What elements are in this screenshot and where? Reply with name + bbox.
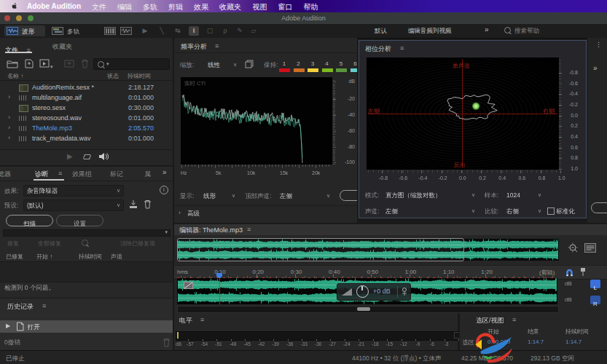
- levels-panel-title[interactable]: 电平: [179, 316, 192, 325]
- diag-col-duration[interactable]: 持续时间: [79, 253, 102, 261]
- hold-chip-5[interactable]: [336, 68, 347, 72]
- menu-item-2[interactable]: 编辑: [117, 2, 132, 12]
- file-row[interactable]: ›track_metadata.wav0:01.000: [0, 133, 173, 143]
- spectral-display-icon[interactable]: [104, 27, 116, 35]
- channel-left-button[interactable]: L: [590, 280, 600, 288]
- hold-number-5[interactable]: 5: [336, 60, 346, 67]
- editor-h-scrollbar[interactable]: [177, 306, 559, 313]
- hold-chip-3[interactable]: [308, 68, 318, 72]
- diag-info-icon[interactable]: i: [160, 186, 168, 194]
- phase-panel-menu-icon[interactable]: ≡: [400, 44, 404, 52]
- crossfade-icon[interactable]: [184, 282, 193, 289]
- lasso-selection-tool-icon[interactable]: ρ: [220, 26, 230, 36]
- import-file-icon[interactable]: [24, 59, 34, 68]
- tab-markers[interactable]: 标记: [110, 170, 123, 179]
- hold-chip-1[interactable]: [279, 68, 290, 72]
- file-row-expander[interactable]: ›: [8, 124, 10, 131]
- media-browser-icon[interactable]: [39, 59, 50, 68]
- history-item-open[interactable]: ▶ 打开: [0, 320, 173, 333]
- freq-copy-icon[interactable]: [245, 60, 254, 68]
- diag-preset-dropdown[interactable]: (默认) ∨: [23, 199, 124, 211]
- tab-overflow-icon[interactable]: »: [162, 168, 167, 176]
- selection-duration-value[interactable]: 1:14.7: [565, 339, 581, 345]
- panel-options-icon[interactable]: [584, 243, 596, 253]
- hold-number-3[interactable]: 3: [308, 60, 318, 67]
- favorites-tab[interactable]: 收藏夹: [52, 42, 72, 52]
- file-row[interactable]: ›multilanguage.aif0:01.000: [0, 92, 173, 103]
- tab-properties[interactable]: 属: [144, 170, 151, 179]
- waveform-display-icon[interactable]: [120, 27, 132, 35]
- diag-progress-dropdown-icon[interactable]: ▾: [165, 229, 168, 235]
- hold-chip-6[interactable]: [351, 68, 358, 72]
- apple-menu-icon[interactable]: [10, 2, 18, 10]
- menu-item-6[interactable]: 收藏夹: [219, 2, 241, 12]
- phase-channel-dropdown[interactable]: 左侧: [385, 207, 398, 216]
- selection-panel-menu-icon[interactable]: ≡: [512, 316, 516, 323]
- channel-right-button[interactable]: R: [590, 296, 600, 304]
- files-tab[interactable]: 文件 ≡: [5, 42, 31, 55]
- hold-number-2[interactable]: 2: [294, 60, 304, 67]
- menu-item-1[interactable]: 文件: [92, 2, 106, 12]
- file-row[interactable]: ›stereosound.wav0:01.000: [0, 113, 173, 123]
- search-help-input[interactable]: 搜索帮助: [514, 27, 539, 36]
- marquee-selection-tool-icon[interactable]: ▢: [205, 26, 215, 36]
- hold-chip-2[interactable]: [294, 68, 305, 72]
- hold-number-1[interactable]: 1: [279, 60, 289, 67]
- freq-display-dropdown[interactable]: 线形: [203, 192, 216, 201]
- spot-healing-tool-icon[interactable]: ▱: [248, 26, 259, 36]
- dock-panel-menu-icon[interactable]: ⋮: [595, 41, 602, 48]
- menu-item-9[interactable]: 帮助: [304, 2, 318, 12]
- waveform-view-button[interactable]: 波形: [4, 25, 45, 36]
- diag-col-fixed[interactable]: 已修复: [6, 253, 23, 261]
- pin-hud-icon[interactable]: [401, 287, 408, 296]
- diag-settings-button[interactable]: 设置: [56, 215, 103, 226]
- menu-item-4[interactable]: 剪辑: [168, 2, 183, 12]
- menu-app-name[interactable]: Adobe Audition: [27, 2, 81, 10]
- workspace-edit-av-button[interactable]: 编辑音频到视频: [408, 27, 452, 36]
- media-browser-dropdown-icon[interactable]: ▾: [50, 64, 53, 70]
- file-row[interactable]: stereo.sesx0:30.000: [0, 103, 173, 113]
- files-search-input[interactable]: ▾: [93, 58, 170, 70]
- selection-end-value[interactable]: 1:14.7: [528, 339, 544, 345]
- diag-effect-dropdown[interactable]: 杂音降噪器 ∨: [23, 185, 124, 197]
- diag-save-preset-icon[interactable]: [128, 199, 138, 209]
- menu-item-7[interactable]: 视图: [253, 2, 267, 12]
- phase-mode-dropdown[interactable]: 直方图（缩放对数）: [385, 191, 442, 200]
- file-row[interactable]: ›TheMole.mp32:05.570: [0, 123, 173, 133]
- multitrack-view-button[interactable]: 多轨: [50, 25, 90, 36]
- files-speaker-icon[interactable]: [98, 152, 109, 161]
- editor-h-scrollbar-thumb[interactable]: [357, 307, 370, 311]
- files-col-status[interactable]: 状态: [107, 72, 119, 80]
- hold-number-6[interactable]: 6: [351, 60, 358, 67]
- slip-tool-icon[interactable]: ↹: [173, 26, 183, 36]
- tab-diagnostics[interactable]: 诊断: [35, 170, 48, 179]
- history-panel-menu-icon[interactable]: ≡: [42, 302, 46, 309]
- hold-chip-4[interactable]: [322, 68, 333, 72]
- menu-item-8[interactable]: 窗口: [278, 2, 293, 12]
- editor-panel-title[interactable]: 编辑器: TheMole.mp3: [179, 226, 243, 235]
- tab-effects-rack[interactable]: 效果组: [72, 170, 92, 179]
- freq-panel-menu-icon[interactable]: ≡: [215, 42, 219, 50]
- hold-number-4[interactable]: 4: [322, 60, 332, 67]
- files-col-name[interactable]: 名称 ↑: [7, 72, 23, 80]
- marker-pin-icon[interactable]: [579, 267, 587, 277]
- workspace-default-button[interactable]: 默认: [375, 27, 387, 36]
- time-selection-tool-icon[interactable]: I: [189, 26, 199, 36]
- diag-col-channel[interactable]: 声道: [111, 253, 122, 261]
- files-play-icon[interactable]: ▶: [67, 152, 73, 160]
- diag-col-start[interactable]: 开始 ↑: [36, 253, 52, 261]
- menu-item-5[interactable]: 效果: [194, 2, 208, 12]
- workspace-overflow-button[interactable]: »: [485, 25, 489, 33]
- freq-advanced-label[interactable]: 高级: [187, 210, 200, 218]
- dock-expand-icon[interactable]: »: [593, 64, 598, 72]
- phase-compare-dropdown[interactable]: 右侧: [506, 207, 519, 216]
- files-col-duration[interactable]: 持续时间: [128, 72, 151, 80]
- dock-pause-button[interactable]: [591, 202, 607, 213]
- freq-top-channel-dropdown[interactable]: 左侧: [280, 192, 292, 201]
- files-loop-icon[interactable]: [82, 153, 92, 161]
- gain-hud[interactable]: +0 dB: [337, 283, 411, 301]
- phase-normalize-checkbox[interactable]: [547, 207, 555, 215]
- menu-item-3[interactable]: 多轨: [143, 2, 157, 12]
- file-row-expander[interactable]: ›: [8, 114, 10, 121]
- selection-panel-title[interactable]: 选区/视图: [476, 316, 504, 325]
